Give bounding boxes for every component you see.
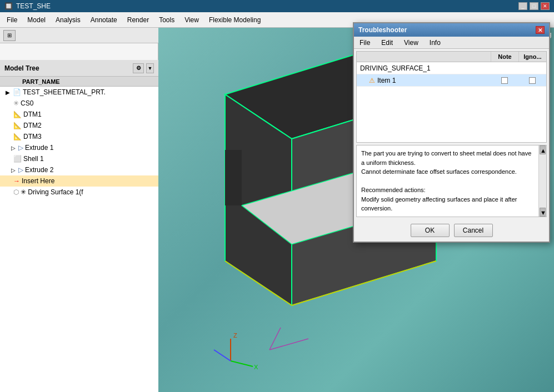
tree-item-insert[interactable]: → Insert Here (0, 175, 158, 187)
tree-icon-surface1: ⬡ (13, 188, 19, 196)
tree-label-dtm3: DTM3 (23, 133, 42, 140)
tree-icon-dtm1: 📐 (13, 110, 22, 118)
surface-name-cell: DRIVING_SURFACE_1 (357, 63, 491, 73)
item1-name-cell: ⚠ Item 1 (357, 76, 491, 86)
col-header-note: Note (491, 52, 518, 62)
table-row-item1[interactable]: ⚠ Item 1 (357, 74, 546, 87)
tree-icon-dtm3: 📐 (13, 133, 22, 140)
scroll-up-btn[interactable]: ▲ (540, 145, 546, 154)
tree-label-dtm1: DTM1 (23, 110, 42, 118)
menu-file[interactable]: File (2, 14, 22, 26)
dialog-menu-file[interactable]: File (356, 38, 373, 48)
svg-text:Z: Z (233, 332, 237, 339)
svg-marker-4 (225, 150, 242, 205)
tree-item-dtm3[interactable]: 📐 DTM3 (0, 131, 158, 142)
dialog-menu-info[interactable]: Info (426, 38, 444, 48)
dialog-title-text: Troubleshooter (358, 26, 407, 34)
menu-render[interactable]: Render (123, 14, 153, 26)
tree-label-extrude2: Extrude 2 (25, 166, 53, 174)
tree-item-extrude1[interactable]: ▷ ▷ Extrude 1 (0, 142, 158, 153)
item1-ignore-checkbox[interactable] (529, 77, 536, 84)
left-toolbar: ⊞ (0, 28, 158, 43)
tree-label-insert: Insert Here (22, 177, 54, 185)
table-header: Note Igno... (357, 52, 546, 62)
dialog-message: The part you are trying to convert to sh… (356, 145, 547, 217)
tree-label-surface1: ✳ Driving Surface 1(f (21, 188, 83, 196)
close-button[interactable]: ✕ (541, 2, 550, 10)
dialog-table: Note Igno... DRIVING_SURFACE_1 ⚠ Item 1 (356, 51, 547, 143)
table-empty-space (357, 87, 546, 142)
svg-line-13 (269, 328, 281, 350)
tree-item-dtm2[interactable]: 📐 DTM2 (0, 120, 158, 131)
expand-extrude2[interactable]: ▷ (10, 167, 17, 173)
col-header-ignore: Igno... (518, 52, 546, 62)
table-row-surface[interactable]: DRIVING_SURFACE_1 (357, 62, 546, 74)
tree-item-dtm1[interactable]: 📐 DTM1 (0, 109, 158, 120)
model-tree-body[interactable]: ▶ 📄 TEST_SHEETMETAL_PRT. ✳ CS0 📐 DTM1 📐 … (0, 87, 158, 392)
dialog-title-bar: Troubleshooter ✕ (354, 23, 549, 37)
maximize-button[interactable]: □ (530, 2, 538, 10)
tree-label-cs0: CS0 (21, 99, 33, 107)
tree-icon-extrude1: ▷ (18, 144, 23, 152)
scroll-down-btn[interactable]: ▼ (540, 208, 546, 217)
window-controls: _ □ ✕ (518, 2, 550, 10)
menu-tools[interactable]: Tools (154, 14, 179, 26)
tree-label-dtm2: DTM2 (23, 122, 42, 129)
tree-icon-insert: → (13, 177, 20, 185)
menu-view[interactable]: View (180, 14, 203, 26)
menu-flexible-modeling[interactable]: Flexible Modeling (204, 14, 265, 26)
model-tree-header: Model Tree ⚙ ▼ (0, 60, 158, 77)
expand-icon: ▶ (4, 89, 11, 96)
troubleshooter-dialog: Troubleshooter ✕ File Edit View Info Not… (353, 22, 550, 243)
dialog-menu-edit[interactable]: Edit (378, 38, 396, 48)
tree-settings-icon[interactable]: ⚙ (133, 63, 144, 73)
tree-icon-cs0: ✳ (13, 99, 19, 107)
app-icon: 🔲 (4, 2, 13, 10)
message-line4: Modify solid geometry affecting surfaces… (361, 196, 517, 212)
tree-item-surface1[interactable]: ⬡ ✳ Driving Surface 1(f (0, 187, 158, 198)
tree-item-root[interactable]: ▶ 📄 TEST_SHEETMETAL_PRT. (0, 87, 158, 98)
tree-item-extrude2[interactable]: ▷ ▷ Extrude 2 (0, 164, 158, 175)
dialog-close-button[interactable]: ✕ (536, 26, 545, 34)
col-header-name (357, 52, 491, 62)
title-bar: 🔲 TEST_SHE _ □ ✕ (0, 0, 554, 12)
menu-model[interactable]: Model (23, 14, 50, 26)
dialog-menu-view[interactable]: View (401, 38, 422, 48)
dialog-buttons: OK Cancel (354, 219, 549, 242)
ok-button[interactable]: OK (411, 224, 450, 237)
item1-note-checkbox[interactable] (501, 77, 508, 84)
warning-icon: ⚠ (369, 77, 375, 84)
tree-view-icon[interactable]: ⊞ (3, 30, 16, 41)
model-tree-controls: ⚙ ▼ (133, 63, 154, 73)
message-scrollbar[interactable]: ▲ ▼ (538, 145, 546, 217)
tree-icon-extrude2: ▷ (18, 166, 23, 174)
minimize-button[interactable]: _ (518, 2, 527, 10)
menu-analysis[interactable]: Analysis (51, 14, 85, 26)
svg-line-12 (269, 339, 308, 350)
menu-annotate[interactable]: Annotate (86, 14, 122, 26)
col-part-name: PART_NAME (22, 78, 60, 85)
svg-line-9 (214, 350, 231, 361)
tree-icon-shell1: ⬜ (13, 155, 22, 163)
svg-text:X: X (254, 364, 258, 370)
tree-label-shell1: Shell 1 (23, 155, 44, 163)
message-line2: Cannot determinate face offset surfaces … (361, 168, 517, 175)
svg-line-8 (231, 361, 253, 366)
model-tree-label: Model Tree (4, 64, 39, 72)
item1-name-text: Item 1 (377, 77, 396, 84)
tree-item-shell1[interactable]: ⬜ Shell 1 (0, 153, 158, 164)
surface-name-text: DRIVING_SURFACE_1 (360, 64, 431, 72)
expand-extrude1[interactable]: ▷ (10, 145, 17, 151)
title-text: TEST_SHE (16, 2, 51, 10)
message-line1: The part you are trying to convert to sh… (361, 150, 531, 166)
cancel-button-dialog[interactable]: Cancel (454, 224, 493, 237)
item1-note-cell[interactable] (491, 77, 518, 84)
message-text: The part you are trying to convert to sh… (361, 149, 542, 213)
tree-icon-dtm2: 📐 (13, 122, 22, 129)
item1-ignore-cell[interactable] (518, 77, 546, 84)
tree-item-cs0[interactable]: ✳ CS0 (0, 98, 158, 109)
tree-label-extrude1: Extrude 1 (25, 144, 53, 152)
model-tree-col-header: PART_NAME (0, 77, 158, 87)
message-line3: Recommended actions: (361, 187, 426, 193)
tree-expand-icon[interactable]: ▼ (146, 63, 154, 73)
